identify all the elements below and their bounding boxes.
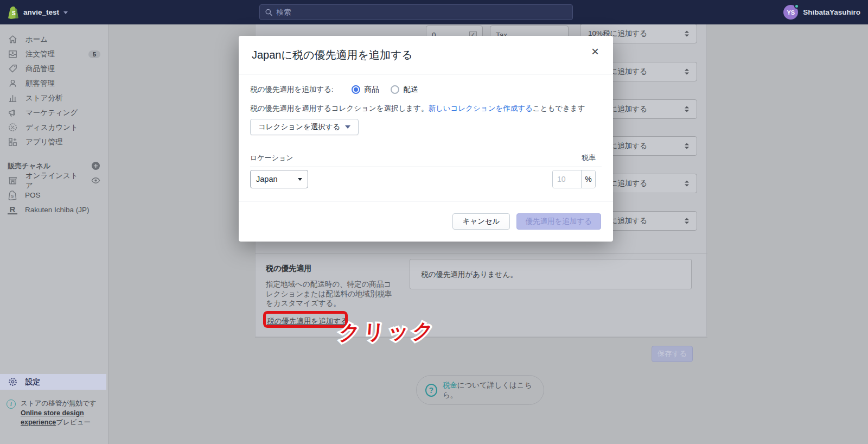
modal-footer: キャンセル 優先適用を追加する — [239, 201, 613, 242]
sidebar-item-apps[interactable]: アプリ管理 — [0, 135, 108, 149]
bar-chart-icon — [8, 93, 18, 103]
sidebar-item-rakuten[interactable]: R Rakuten Ichiba (JP) — [0, 202, 108, 217]
svg-text:S: S — [11, 194, 14, 199]
sidebar-item-customers[interactable]: 顧客管理 — [0, 76, 108, 91]
section-divider — [255, 253, 707, 253]
chevron-down-icon — [63, 11, 68, 14]
top-bar: S anvie_test YS ShibataYasuhiro — [0, 0, 868, 24]
info-icon: i — [7, 399, 16, 409]
tax-override-description: 指定地域への配送時の、特定の商品コレクションまたは配送料の地域別税率をカスタマイ… — [266, 280, 397, 308]
table-header: ロケーション 税率 — [250, 153, 596, 163]
chevron-down-icon — [345, 125, 350, 129]
shopify-logo-icon: S — [8, 6, 19, 19]
storefront-icon — [8, 175, 18, 186]
help-footer: ? 税金について詳しくはこちら。 — [416, 375, 544, 405]
svg-text:S: S — [12, 10, 16, 16]
store-name: anvie_test — [23, 8, 59, 16]
section-divider — [255, 337, 707, 338]
search-input[interactable] — [276, 8, 567, 16]
updown-stepper-icon — [684, 30, 690, 37]
sidebar-item-marketing[interactable]: マーケティング — [0, 105, 108, 120]
apps-grid-icon — [8, 137, 18, 147]
sidebar-item-discounts[interactable]: ディスカウント — [0, 120, 108, 135]
sidebar-item-home[interactable]: ホーム — [0, 32, 108, 47]
rakuten-icon: R — [8, 205, 17, 214]
modal-header: Japanに税の優先適用を追加する × — [239, 36, 613, 74]
person-icon — [8, 78, 18, 88]
app-window: 0 ✓ Tax 10%税に追加する 10%税に追加する 10%税に追加する 10… — [0, 0, 868, 444]
search-icon — [265, 8, 272, 16]
radio-selected-icon — [352, 85, 360, 94]
table-divider — [250, 167, 602, 167]
percent-suffix: % — [581, 170, 595, 188]
rate-input[interactable] — [553, 170, 581, 188]
orders-count-badge: 5 — [88, 50, 100, 58]
radio-shipping[interactable]: 配送 — [391, 85, 418, 94]
radio-unselected-icon — [391, 85, 399, 94]
no-overrides-box: 税の優先適用がありません。 — [410, 259, 692, 289]
override-type-row: 税の優先適用を追加する: 商品 配送 — [250, 84, 430, 96]
sidebar-item-settings[interactable]: 設定 — [0, 374, 106, 390]
sidebar-item-products[interactable]: 商品管理 — [0, 61, 108, 76]
updown-stepper-icon — [684, 217, 690, 225]
sidebar-item-orders[interactable]: 注文管理 5 — [0, 47, 108, 61]
location-select[interactable]: Japan — [250, 170, 308, 188]
override-type-label: 税の優先適用を追加する: — [250, 85, 334, 94]
cancel-button[interactable]: キャンセル — [452, 213, 509, 230]
presence-dot — [794, 4, 799, 9]
tax-help-link[interactable]: 税金 — [443, 381, 457, 389]
sidebar: ホーム 注文管理 5 商品管理 顧客管理 ストア分析 マーケティング — [0, 24, 108, 444]
sidebar-item-analytics[interactable]: ストア分析 — [0, 91, 108, 105]
preview-eye-icon[interactable] — [91, 176, 100, 185]
add-override-button[interactable]: 優先適用を追加する — [516, 213, 601, 230]
rate-column-header: 税率 — [582, 153, 596, 163]
save-button[interactable]: 保存する — [652, 346, 693, 362]
location-column-header: ロケーション — [250, 153, 293, 163]
store-transfer-note: i ストアの移管が無効です Online store design experi… — [7, 399, 103, 428]
no-overrides-message: 税の優先適用がありません。 — [421, 270, 518, 278]
preview-suffix: プレビュー — [56, 418, 91, 426]
radio-products[interactable]: 商品 — [352, 85, 379, 94]
pos-bag-icon: S — [8, 190, 17, 200]
tax-override-heading: 税の優先適用 — [266, 264, 311, 274]
sidebar-item-online-store[interactable]: オンラインストア — [0, 173, 108, 188]
discount-icon — [8, 122, 18, 132]
user-name: ShibataYasuhiro — [803, 8, 860, 16]
gear-icon — [8, 377, 18, 387]
modal-title: Japanに税の優先適用を追加する — [252, 48, 413, 62]
collection-hint: 税の優先適用を適用するコレクションを選択します。新しいコレクションを作成すること… — [250, 104, 585, 113]
question-icon: ? — [425, 384, 437, 397]
updown-stepper-icon — [684, 180, 690, 187]
annotation-highlight-box — [263, 311, 348, 328]
avatar: YS — [783, 5, 798, 20]
updown-stepper-icon — [684, 105, 690, 113]
store-switcher[interactable]: S anvie_test — [0, 6, 75, 19]
transfer-disabled-text: ストアの移管が無効です — [21, 399, 97, 407]
add-channel-icon[interactable] — [91, 161, 100, 170]
rate-input-group: % — [552, 170, 596, 188]
close-icon[interactable]: × — [587, 43, 603, 60]
orders-icon — [8, 49, 18, 59]
updown-stepper-icon — [684, 68, 690, 75]
annotation-click-text: クリック クリック — [337, 316, 482, 352]
global-search[interactable] — [259, 4, 573, 20]
select-collection-button[interactable]: コレクションを選択する — [250, 119, 359, 135]
home-icon — [8, 34, 18, 45]
tax-override-modal: Japanに税の優先適用を追加する × 税の優先適用を追加する: 商品 配送 税… — [239, 36, 613, 242]
megaphone-icon — [8, 107, 18, 118]
create-collection-link[interactable]: 新しいコレクションを作成する — [428, 104, 532, 112]
tag-icon — [8, 64, 18, 74]
chevron-down-icon — [298, 178, 302, 181]
updown-stepper-icon — [684, 142, 690, 150]
user-menu[interactable]: YS ShibataYasuhiro — [783, 0, 860, 24]
